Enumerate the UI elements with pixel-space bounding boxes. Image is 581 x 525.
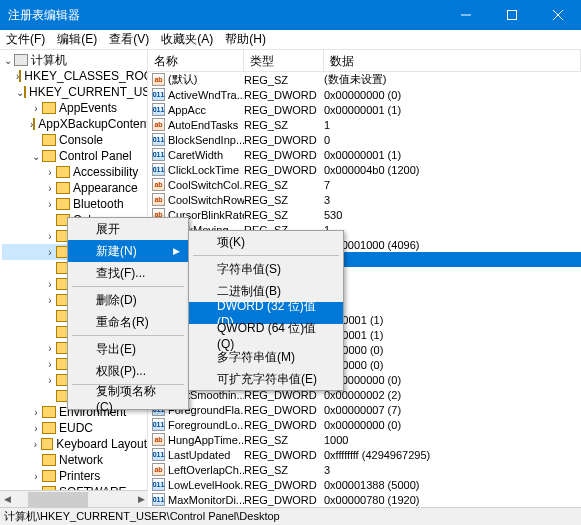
ctx-separator — [193, 255, 339, 256]
expand-icon[interactable]: › — [44, 183, 56, 194]
tree-item[interactable]: ›Appearance — [2, 180, 147, 196]
menu-fav[interactable]: 收藏夹(A) — [161, 31, 213, 48]
expand-icon[interactable]: › — [30, 103, 42, 114]
value-data: 1000 — [324, 434, 581, 446]
tree-item-label: AppXBackupContentType — [38, 117, 148, 131]
tree-item[interactable]: ›Accessibility — [2, 164, 147, 180]
ctx-copyname[interactable]: 复制项名称(C) — [68, 387, 188, 409]
content-area: ⌄计算机›HKEY_CLASSES_ROOT⌄HKEY_CURRENT_USER… — [0, 50, 581, 507]
dword-value-icon: 011 — [152, 418, 165, 431]
list-row[interactable]: 011ActiveWndTra...REG_DWORD0x00000000 (0… — [148, 87, 581, 102]
tree-item[interactable]: ›AppXBackupContentType — [2, 116, 147, 132]
expand-icon[interactable]: ⌄ — [2, 55, 14, 66]
dword-value-icon: 011 — [152, 88, 165, 101]
col-type[interactable]: 类型 — [244, 50, 324, 71]
ctx-expand[interactable]: 展开 — [68, 218, 188, 240]
expand-icon[interactable]: ⌄ — [30, 151, 42, 162]
list-row[interactable]: abCoolSwitchRowsREG_SZ3 — [148, 192, 581, 207]
folder-icon — [42, 470, 56, 482]
expand-icon[interactable]: ⌄ — [16, 87, 24, 98]
expand-icon[interactable]: › — [44, 279, 56, 290]
folder-icon — [42, 422, 56, 434]
tree-item[interactable]: ›EUDC — [2, 420, 147, 436]
ctx-find[interactable]: 查找(F)... — [68, 262, 188, 284]
list-row[interactable]: 011ForegroundLo...REG_DWORD0x00000000 (0… — [148, 417, 581, 432]
list-row[interactable]: abAutoEndTasksREG_SZ1 — [148, 117, 581, 132]
expand-icon[interactable]: › — [44, 247, 56, 258]
folder-icon — [42, 150, 56, 162]
tree-item[interactable]: ›Printers — [2, 468, 147, 484]
tree-item[interactable]: ›Keyboard Layout — [2, 436, 147, 452]
tree-item[interactable]: Console — [2, 132, 147, 148]
list-row[interactable]: abHungAppTime...REG_SZ1000 — [148, 432, 581, 447]
list-row[interactable]: 011ClickLockTimeREG_DWORD0x000004b0 (120… — [148, 162, 581, 177]
list-row[interactable]: abCursorBlinkRateREG_SZ530 — [148, 207, 581, 222]
value-data: 0x00000000 (0) — [324, 374, 581, 386]
folder-icon — [56, 166, 70, 178]
value-name: MaxMonitorDi... — [168, 494, 244, 506]
ctx-new-key[interactable]: 项(K) — [189, 231, 343, 253]
menu-help[interactable]: 帮助(H) — [225, 31, 266, 48]
col-data[interactable]: 数据 — [324, 50, 581, 71]
expand-icon[interactable]: › — [30, 407, 42, 418]
value-data: 0000000 (0) — [324, 359, 581, 371]
list-row[interactable]: ab(默认)REG_SZ(数值未设置) — [148, 72, 581, 87]
menu-edit[interactable]: 编辑(E) — [57, 31, 97, 48]
expand-icon[interactable]: › — [44, 375, 56, 386]
tree-item[interactable]: ›Bluetooth — [2, 196, 147, 212]
list-row[interactable]: 011CaretWidthREG_DWORD0x00000001 (1) — [148, 147, 581, 162]
expand-icon[interactable]: › — [30, 439, 41, 450]
list-row[interactable]: 011BlockSendInp...REG_DWORD0 — [148, 132, 581, 147]
list-row[interactable]: 011AppAccREG_DWORD0x00000001 (1) — [148, 102, 581, 117]
list-row[interactable]: abCoolSwitchCol...REG_SZ7 — [148, 177, 581, 192]
folder-icon — [42, 102, 56, 114]
value-data: 0000001 (1) — [324, 329, 581, 341]
expand-icon[interactable]: › — [44, 359, 56, 370]
expand-icon[interactable]: › — [44, 295, 56, 306]
value-data: 0xffffffff (4294967295) — [324, 449, 581, 461]
tree-item[interactable]: ⌄HKEY_CURRENT_USER — [2, 84, 147, 100]
value-data: 0x00001388 (5000) — [324, 479, 581, 491]
tree-item[interactable]: ›AppEvents — [2, 100, 147, 116]
ctx-new-expand[interactable]: 可扩充字符串值(E) — [189, 368, 343, 390]
tree-item[interactable]: ⌄计算机 — [2, 52, 147, 68]
expand-icon[interactable]: › — [44, 199, 56, 210]
ctx-rename[interactable]: 重命名(R) — [68, 311, 188, 333]
expand-icon[interactable]: › — [30, 423, 42, 434]
ctx-new-string[interactable]: 字符串值(S) — [189, 258, 343, 280]
expand-icon[interactable]: › — [30, 471, 42, 482]
col-name[interactable]: 名称 — [148, 50, 244, 71]
menu-view[interactable]: 查看(V) — [109, 31, 149, 48]
ctx-export[interactable]: 导出(E) — [68, 338, 188, 360]
expand-icon[interactable]: › — [44, 167, 56, 178]
tree-item-label: EUDC — [59, 421, 93, 435]
tree-item[interactable]: ›HKEY_CLASSES_ROOT — [2, 68, 147, 84]
list-row[interactable]: abLeftOverlapCh...REG_SZ3 — [148, 462, 581, 477]
ctx-perm[interactable]: 权限(P)... — [68, 360, 188, 382]
minimize-button[interactable] — [443, 0, 489, 30]
ctx-new-multi[interactable]: 多字符串值(M) — [189, 346, 343, 368]
ctx-delete[interactable]: 删除(D) — [68, 289, 188, 311]
list-row[interactable]: 011MaxMonitorDi...REG_DWORD0x00000780 (1… — [148, 492, 581, 507]
tree-item[interactable]: Network — [2, 452, 147, 468]
list-row[interactable]: 011LastUpdatedREG_DWORD0xffffffff (42949… — [148, 447, 581, 462]
folder-icon — [41, 438, 54, 450]
folder-icon — [33, 118, 35, 130]
menu-file[interactable]: 文件(F) — [6, 31, 45, 48]
list-row[interactable]: 011ForegroundFla...REG_DWORD0x00000007 (… — [148, 402, 581, 417]
value-data: 0000001 (1) — [324, 314, 581, 326]
value-data: (数值未设置) — [324, 72, 581, 87]
list-row[interactable]: 011LowLevelHook...REG_DWORD0x00001388 (5… — [148, 477, 581, 492]
tree-hscrollbar[interactable]: ◀▶ — [0, 490, 148, 507]
expand-icon[interactable]: › — [44, 231, 56, 242]
value-data: 0x00000007 (7) — [324, 404, 581, 416]
ctx-new-qword[interactable]: QWORD (64 位)值(Q) — [189, 324, 343, 346]
expand-icon[interactable]: › — [44, 343, 56, 354]
close-button[interactable] — [535, 0, 581, 30]
value-name: ActiveWndTra... — [168, 89, 244, 101]
tree-item[interactable]: ⌄Control Panel — [2, 148, 147, 164]
string-value-icon: ab — [152, 463, 165, 476]
value-type: REG_SZ — [244, 119, 324, 131]
ctx-new[interactable]: 新建(N)▶ — [68, 240, 188, 262]
maximize-button[interactable] — [489, 0, 535, 30]
